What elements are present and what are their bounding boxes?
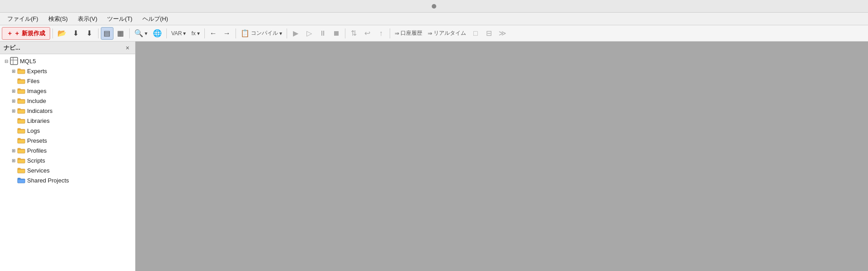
fx-dropdown-icon: ▾ xyxy=(197,30,200,37)
panel-title: ナビ... xyxy=(4,44,20,52)
navigator2-view-button[interactable]: ▦ xyxy=(114,27,127,40)
box-button[interactable]: □ xyxy=(469,27,482,40)
scripts-expand-btn[interactable]: ⊞ xyxy=(10,157,17,164)
content-area xyxy=(136,42,868,271)
download-icon: ⬇ xyxy=(73,29,79,37)
box-icon: □ xyxy=(473,29,478,37)
account-history-button[interactable]: ⇒ 口座履歴 xyxy=(392,27,425,40)
stop-icon: ⏹ xyxy=(333,29,340,37)
menu-view[interactable]: 表示(V) xyxy=(73,14,102,24)
panel-close-button[interactable]: × xyxy=(123,44,132,52)
tree-item-services[interactable]: Services xyxy=(0,165,135,175)
tree-item-indicators[interactable]: ⊞ Indicators xyxy=(0,106,135,116)
toolbar-separator-4 xyxy=(166,28,167,38)
tree-item-files[interactable]: Files xyxy=(0,76,135,86)
compile-icon: 📋 xyxy=(241,29,250,37)
tree-container[interactable]: ⊟ MQL5 ⊞ Experts xyxy=(0,54,135,271)
tree-item-include[interactable]: ⊞ Include xyxy=(0,96,135,106)
compile-label: コンパイル xyxy=(251,29,278,37)
include-expand-btn[interactable]: ⊞ xyxy=(10,97,17,104)
tree-item-libraries[interactable]: Libraries xyxy=(0,116,135,126)
download-button[interactable]: ⬇ xyxy=(70,27,82,40)
find-dropdown-icon: ▾ xyxy=(145,30,147,37)
up-button[interactable]: ↑ xyxy=(375,27,387,40)
shared-projects-folder-icon xyxy=(17,177,25,183)
navigator2-icon: ▦ xyxy=(117,29,124,37)
up-icon: ↑ xyxy=(379,29,383,37)
tree-item-mql5[interactable]: ⊟ MQL5 xyxy=(0,56,135,66)
services-label: Services xyxy=(27,167,50,174)
toolbar-separator-9 xyxy=(390,28,390,38)
open-folder-button[interactable]: 📂 xyxy=(55,27,69,40)
panel-icon: ⊟ xyxy=(486,29,492,37)
scripts-folder-icon xyxy=(17,157,25,164)
tree-item-shared-projects[interactable]: Shared Projects xyxy=(0,175,135,185)
libraries-label: Libraries xyxy=(27,117,50,124)
toolbar-separator-2 xyxy=(98,28,99,38)
account-arrow-icon: ⇒ xyxy=(395,30,399,37)
step-button[interactable]: ⇅ xyxy=(348,27,360,40)
compile-dropdown-icon: ▾ xyxy=(279,30,282,37)
profiles-expand-btn[interactable]: ⊞ xyxy=(10,147,17,154)
new-file-button[interactable]: ＋ ＋ 新規作成 xyxy=(2,27,50,40)
more-button[interactable]: ≫ xyxy=(496,27,509,40)
title-bar-dot xyxy=(432,4,436,9)
fx-button[interactable]: fx ▾ xyxy=(189,27,202,40)
navigator-view-button[interactable]: ▤ xyxy=(101,27,113,40)
menu-file[interactable]: ファイル(F) xyxy=(3,14,43,24)
include-label: Include xyxy=(27,98,46,104)
plus-icon: ＋ xyxy=(7,29,13,37)
tree-item-profiles[interactable]: ⊞ Profiles xyxy=(0,145,135,155)
run-button[interactable]: ▶ xyxy=(289,27,302,40)
run2-icon: ▷ xyxy=(307,29,312,37)
step-icon: ⇅ xyxy=(351,29,357,37)
stop-button[interactable]: ⏹ xyxy=(330,27,343,40)
find-icon: 🔍 xyxy=(134,29,143,37)
panel-header: ナビ... × xyxy=(0,42,135,54)
experts-label: Experts xyxy=(27,68,47,75)
panel-button[interactable]: ⊟ xyxy=(483,27,495,40)
menu-help[interactable]: ヘルプ(H) xyxy=(138,14,173,24)
tree-item-logs[interactable]: Logs xyxy=(0,126,135,136)
profiles-folder-icon xyxy=(17,147,25,154)
tree-item-images[interactable]: ⊞ Images xyxy=(0,86,135,96)
restart-button[interactable]: ↩ xyxy=(361,27,374,40)
navigator-panel: ナビ... × ⊟ MQL5 ⊞ xyxy=(0,42,136,271)
pause-icon: ⏸ xyxy=(319,29,326,37)
mql5-expand-btn[interactable]: ⊟ xyxy=(3,57,10,65)
presets-folder-icon xyxy=(17,137,25,144)
toolbar-separator-8 xyxy=(345,28,345,38)
compile-button[interactable]: 📋 コンパイル ▾ xyxy=(238,27,284,40)
navigator-icon: ▤ xyxy=(104,29,110,37)
toolbar-separator-7 xyxy=(287,28,287,38)
tree-item-presets[interactable]: Presets xyxy=(0,136,135,145)
web-icon: 🌐 xyxy=(153,29,162,37)
experts-expand-btn[interactable]: ⊞ xyxy=(10,67,17,75)
run2-button[interactable]: ▷ xyxy=(303,27,316,40)
indicators-folder-icon xyxy=(17,107,25,114)
toolbar-separator-3 xyxy=(129,28,130,38)
presets-label: Presets xyxy=(27,137,47,144)
download-all-button[interactable]: ⬇ xyxy=(83,27,96,40)
web-button[interactable]: 🌐 xyxy=(151,27,164,40)
realtime-arrow-icon: ⇒ xyxy=(428,30,432,37)
tree-item-experts[interactable]: ⊞ Experts xyxy=(0,66,135,76)
images-folder-icon xyxy=(17,88,25,94)
svg-rect-0 xyxy=(10,57,18,65)
fx-label: fx xyxy=(191,30,195,37)
forward-button[interactable]: → xyxy=(221,27,233,40)
images-expand-btn[interactable]: ⊞ xyxy=(10,87,17,94)
var-button[interactable]: VAR ▾ xyxy=(169,27,189,40)
profiles-label: Profiles xyxy=(27,147,47,154)
main-layout: ナビ... × ⊟ MQL5 ⊞ xyxy=(0,42,868,271)
indicators-expand-btn[interactable]: ⊞ xyxy=(10,107,17,114)
var-dropdown-icon: ▾ xyxy=(183,30,186,37)
find-button[interactable]: 🔍 ▾ xyxy=(132,27,150,40)
realtime-button[interactable]: ⇒ リアルタイム xyxy=(425,27,468,40)
back-button[interactable]: ← xyxy=(207,27,220,40)
toolbar-separator-1 xyxy=(52,28,53,38)
tree-item-scripts[interactable]: ⊞ Scripts xyxy=(0,155,135,165)
pause-button[interactable]: ⏸ xyxy=(316,27,329,40)
menu-search[interactable]: 検索(S) xyxy=(44,14,72,24)
menu-tools[interactable]: ツール(T) xyxy=(103,14,137,24)
